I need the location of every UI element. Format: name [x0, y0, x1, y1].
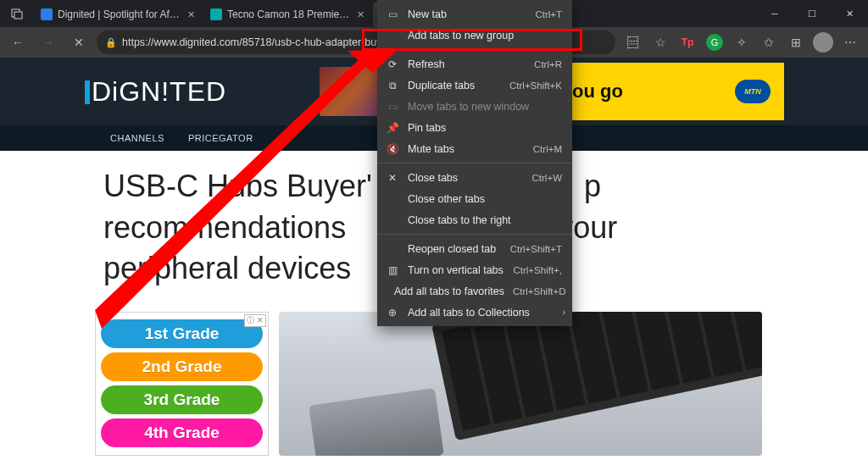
menu-item-label: New tab: [408, 8, 526, 20]
tab-2[interactable]: Tecno Camon 18 Premier Releas ✕: [203, 2, 373, 27]
url-text: https://www.dignited.com/85718/usb-c-hub…: [122, 36, 397, 48]
more-menu-button[interactable]: ⋯: [837, 30, 863, 55]
site-logo[interactable]: DiGN!TED: [85, 76, 226, 108]
collections-icon[interactable]: ⊞: [783, 30, 809, 55]
menu-item-icon: ▭: [386, 101, 399, 113]
tab-context-menu[interactable]: ▭New tabCtrl+TAdd tabs to new group⟳Refr…: [377, 0, 572, 326]
menu-item-label: Add all tabs to Collections: [408, 307, 554, 319]
menu-item-close-other-tabs[interactable]: Close other tabs: [377, 188, 572, 209]
tab-actions-button[interactable]: [0, 0, 34, 27]
menu-item-close-tabs-to-the-right[interactable]: Close tabs to the right: [377, 209, 572, 230]
sidebar-ad-grades[interactable]: ⓘ ✕ 1st Grade 2nd Grade 3rd Grade 4th Gr…: [95, 312, 269, 456]
grade-3-button[interactable]: 3rd Grade: [101, 385, 263, 414]
favicon-icon: [210, 8, 222, 20]
minimize-button[interactable]: ─: [756, 0, 793, 27]
extension-grammarly-icon[interactable]: G: [702, 30, 727, 55]
menu-item-label: Close tabs to the right: [408, 214, 554, 226]
favorite-icon[interactable]: ☆: [648, 30, 673, 55]
menu-item-shortcut: Ctrl+W: [532, 173, 562, 183]
menu-item-icon: ⟳: [386, 58, 399, 70]
back-button[interactable]: ←: [5, 30, 31, 55]
profile-avatar[interactable]: [810, 30, 836, 55]
menu-item-label: Add tabs to new group: [408, 30, 554, 42]
menu-item-refresh[interactable]: ⟳RefreshCtrl+R: [377, 53, 572, 75]
grade-4-button[interactable]: 4th Grade: [101, 418, 263, 447]
site-info-icon[interactable]: 🔒: [105, 37, 117, 48]
nav-pricegator[interactable]: PRICEGATOR: [188, 133, 253, 143]
menu-item-label: Move tabs to new window: [408, 101, 554, 113]
menu-item-shortcut: Ctrl+Shift+D: [513, 286, 566, 297]
menu-item-add-all-tabs-to-favorites[interactable]: Add all tabs to favoritesCtrl+Shift+D: [377, 280, 572, 302]
close-tab-icon[interactable]: ✕: [354, 8, 366, 20]
maximize-button[interactable]: ☐: [793, 0, 831, 27]
extension-tp-icon[interactable]: Tp: [675, 30, 700, 55]
favorites-bar-icon[interactable]: ✩: [756, 30, 782, 55]
ad-text: ou go: [572, 80, 623, 103]
menu-item-label: Mute tabs: [408, 143, 525, 155]
menu-item-shortcut: Ctrl+Shift+,: [513, 265, 562, 275]
menu-item-add-tabs-to-new-group[interactable]: Add tabs to new group: [377, 25, 572, 46]
article-hero-image: [279, 312, 762, 456]
menu-item-label: Close tabs: [408, 172, 524, 184]
ad-close-icon[interactable]: ⓘ ✕: [244, 314, 266, 327]
header-ad-banner[interactable]: ou go MTN: [564, 63, 784, 120]
menu-item-new-tab[interactable]: ▭New tabCtrl+T: [377, 3, 572, 25]
chevron-right-icon: ›: [563, 308, 565, 317]
menu-item-turn-on-vertical-tabs[interactable]: ▥Turn on vertical tabsCtrl+Shift+,: [377, 259, 572, 280]
menu-item-label: Close other tabs: [408, 193, 554, 205]
menu-item-icon: ✕: [386, 172, 399, 184]
menu-item-icon: 🔇: [386, 143, 399, 155]
menu-item-duplicate-tabs[interactable]: ⧉Duplicate tabsCtrl+Shift+K: [377, 75, 572, 96]
menu-item-icon: ▭: [386, 8, 399, 20]
menu-item-pin-tabs[interactable]: 📌Pin tabs: [377, 117, 572, 138]
window-controls: ─ ☐ ✕: [756, 0, 868, 27]
tab-label: Tecno Camon 18 Premier Releas: [227, 8, 351, 20]
svg-rect-1: [14, 12, 22, 19]
close-tab-icon[interactable]: ✕: [185, 8, 197, 20]
menu-item-label: Reopen closed tab: [408, 243, 502, 255]
favicon-icon: [41, 8, 53, 20]
reader-icon[interactable]: ⿳: [620, 30, 646, 55]
menu-item-move-tabs-to-new-window: ▭Move tabs to new window: [377, 96, 572, 117]
menu-item-label: Refresh: [408, 58, 526, 70]
menu-item-label: Turn on vertical tabs: [408, 264, 504, 276]
close-window-button[interactable]: ✕: [831, 0, 868, 27]
menu-item-mute-tabs[interactable]: 🔇Mute tabsCtrl+M: [377, 138, 572, 159]
menu-item-icon: ▥: [386, 264, 399, 276]
menu-item-shortcut: Ctrl+T: [535, 9, 562, 19]
nav-channels[interactable]: CHANNELS: [110, 133, 164, 143]
menu-item-label: Add all tabs to favorites: [394, 285, 504, 297]
extensions-icon[interactable]: ✧: [729, 30, 754, 55]
forward-button: →: [36, 30, 61, 55]
menu-item-label: Duplicate tabs: [408, 80, 501, 91]
tab-label: Dignited | Spotlight for African T: [58, 8, 181, 20]
menu-item-label: Pin tabs: [408, 122, 554, 134]
grade-2-button[interactable]: 2nd Grade: [101, 352, 263, 381]
menu-item-icon: ⊕: [386, 307, 399, 319]
menu-item-close-tabs[interactable]: ✕Close tabsCtrl+W: [377, 167, 572, 188]
menu-item-icon: 📌: [386, 122, 399, 134]
menu-item-reopen-closed-tab[interactable]: Reopen closed tabCtrl+Shift+T: [377, 238, 572, 259]
menu-item-shortcut: Ctrl+R: [534, 59, 562, 69]
article-heading: USB-C Hubs Buyer' p recommendations g yo…: [0, 151, 695, 290]
grade-1-button[interactable]: 1st Grade: [101, 319, 263, 348]
mtn-logo-icon: MTN: [735, 80, 771, 103]
menu-item-shortcut: Ctrl+M: [533, 144, 562, 154]
menu-item-icon: ⧉: [386, 80, 399, 91]
tab-1[interactable]: Dignited | Spotlight for African T ✕: [34, 2, 203, 27]
menu-item-shortcut: Ctrl+Shift+K: [509, 80, 562, 91]
menu-item-shortcut: Ctrl+Shift+T: [510, 244, 562, 254]
menu-item-add-all-tabs-to-collections[interactable]: ⊕Add all tabs to Collections›: [377, 302, 572, 323]
stop-reload-button[interactable]: ✕: [66, 30, 92, 55]
